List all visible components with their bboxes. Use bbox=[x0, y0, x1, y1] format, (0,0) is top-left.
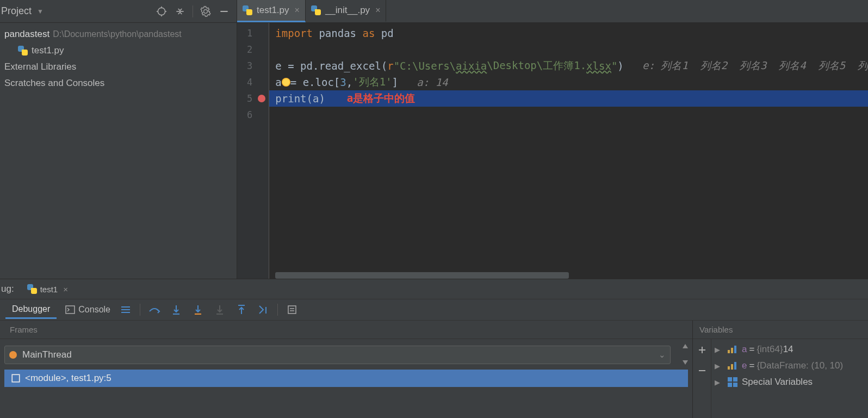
expand-icon[interactable]: ▶ bbox=[715, 362, 723, 370]
project-title: Project bbox=[0, 5, 32, 17]
code-line-active[interactable]: print(a)a是格子中的值 bbox=[269, 90, 868, 107]
remove-watch-icon[interactable] bbox=[695, 363, 710, 378]
thread-name: MainThread bbox=[22, 349, 659, 360]
vars-tree: ▶ a = {int64} 14 ▶ e = {Dat bbox=[711, 339, 868, 418]
var-name: e bbox=[742, 360, 747, 371]
file-label: test1.py bbox=[32, 45, 64, 56]
inline-hint: e: 列名1 列名2 列名3 列名4 列名5 列 bbox=[624, 59, 868, 73]
close-tab-icon[interactable]: × bbox=[295, 5, 300, 15]
editor-tabs: test1.py × __init__.py × bbox=[237, 0, 868, 23]
code-line[interactable]: a= e.loc[3,'列名1'] a: 14 bbox=[269, 74, 868, 90]
variable-row-special[interactable]: ▶ Special Variables bbox=[711, 374, 868, 390]
locate-icon[interactable] bbox=[154, 4, 169, 19]
editor-tab-init[interactable]: __init__.py × bbox=[306, 0, 387, 22]
code-line[interactable]: e = pd.read_excel(r"C:\Users\aixia\Deskt… bbox=[269, 58, 868, 74]
gutter-line[interactable]: 1 bbox=[237, 25, 269, 41]
grid-icon bbox=[728, 377, 737, 387]
project-root-path: D:\Documents\python\pandastest bbox=[53, 29, 182, 39]
svg-marker-24 bbox=[683, 360, 688, 365]
code-line[interactable] bbox=[269, 41, 868, 58]
special-vars-label: Special Variables bbox=[742, 377, 813, 388]
var-type: {DataFrame: (10, 10) bbox=[757, 360, 843, 371]
step-into-icon[interactable] bbox=[169, 302, 184, 317]
frame-down-icon[interactable] bbox=[678, 355, 692, 370]
intention-bulb-icon[interactable] bbox=[282, 78, 290, 87]
vars-toolbar bbox=[693, 339, 711, 418]
add-watch-icon[interactable] bbox=[695, 342, 710, 358]
collapse-all-icon[interactable] bbox=[173, 4, 187, 19]
step-into-my-code-icon[interactable] bbox=[190, 302, 206, 317]
project-root[interactable]: pandastest D:\Documents\python\pandastes… bbox=[0, 26, 237, 42]
close-tab-icon[interactable]: × bbox=[63, 285, 68, 294]
evaluate-expression-icon[interactable] bbox=[284, 302, 300, 317]
var-value: 14 bbox=[783, 344, 793, 355]
tab-label: __init__.py bbox=[325, 5, 370, 16]
code-line[interactable] bbox=[269, 107, 868, 123]
debugger-tab[interactable]: Debugger bbox=[5, 301, 57, 319]
project-dropdown-icon[interactable]: ▼ bbox=[37, 8, 44, 15]
code-area[interactable]: import pandas as pd e = pd.read_excel(r"… bbox=[269, 23, 868, 279]
gutter-line[interactable]: 5 bbox=[237, 90, 269, 107]
close-tab-icon[interactable]: × bbox=[375, 5, 380, 15]
expand-icon[interactable]: ▶ bbox=[715, 346, 723, 354]
gutter-line[interactable]: 3 bbox=[237, 58, 269, 74]
step-out-icon[interactable] bbox=[234, 302, 249, 317]
python-file-icon bbox=[17, 45, 28, 56]
editor-area: test1.py × __init__.py × 1 2 3 4 5 6 bbox=[237, 0, 868, 279]
frame-label: <module>, test1.py:5 bbox=[25, 373, 111, 384]
variables-panel: Variables ▶ a = {int64} 14 bbox=[693, 321, 868, 418]
gutter-line[interactable]: 6 bbox=[237, 107, 269, 123]
editor-tab-test1[interactable]: test1.py × bbox=[237, 0, 306, 22]
thread-status-icon bbox=[9, 351, 17, 359]
scratches-consoles[interactable]: Scratches and Consoles bbox=[0, 75, 237, 91]
svg-rect-7 bbox=[66, 306, 75, 314]
project-tree: pandastest D:\Documents\python\pandastes… bbox=[0, 23, 237, 95]
scratches-label: Scratches and Consoles bbox=[4, 78, 104, 89]
step-over-icon[interactable] bbox=[147, 302, 162, 317]
code-line[interactable]: import pandas as pd bbox=[269, 25, 868, 41]
console-label: Console bbox=[78, 305, 110, 315]
frame-icon bbox=[11, 373, 21, 383]
debug-tabbar: ug: test1 × bbox=[0, 279, 868, 299]
breakpoint-icon[interactable] bbox=[258, 95, 265, 102]
frame-up-icon[interactable] bbox=[678, 339, 692, 353]
settings-icon[interactable] bbox=[199, 4, 213, 19]
variables-header: Variables bbox=[693, 321, 868, 339]
var-type: {int64} bbox=[757, 344, 783, 355]
threads-icon[interactable] bbox=[118, 302, 133, 317]
frames-header: Frames bbox=[0, 321, 692, 339]
var-name: a bbox=[742, 344, 747, 355]
force-step-into-icon[interactable] bbox=[212, 302, 227, 317]
debug-run-tab[interactable]: test1 × bbox=[24, 283, 71, 295]
project-file-test1[interactable]: test1.py bbox=[0, 42, 237, 59]
thread-selector[interactable]: MainThread ⌄ bbox=[4, 346, 671, 364]
value-icon bbox=[728, 362, 737, 370]
stack-frame[interactable]: <module>, test1.py:5 bbox=[4, 370, 688, 387]
external-annotation: a是格子中的值 bbox=[347, 91, 415, 106]
gutter-line[interactable]: 4 bbox=[237, 74, 269, 90]
run-to-cursor-icon[interactable] bbox=[256, 302, 271, 317]
variable-row[interactable]: ▶ a = {int64} 14 bbox=[711, 341, 868, 358]
external-label: External Libraries bbox=[4, 62, 76, 72]
svg-rect-20 bbox=[288, 306, 296, 314]
gutter[interactable]: 1 2 3 4 5 6 bbox=[237, 23, 269, 279]
python-file-icon bbox=[311, 5, 321, 15]
editor-body[interactable]: 1 2 3 4 5 6 import pandas as pd e = pd.r… bbox=[237, 23, 868, 279]
external-libraries[interactable]: External Libraries bbox=[0, 59, 237, 75]
gutter-line[interactable]: 2 bbox=[237, 41, 269, 58]
svg-rect-25 bbox=[12, 374, 20, 382]
variable-row[interactable]: ▶ e = {DataFrame: (10, 10) bbox=[711, 358, 868, 374]
debug-panel: ug: test1 × Debugger Console bbox=[0, 279, 868, 418]
svg-point-0 bbox=[158, 8, 165, 15]
tab-label: test1.py bbox=[257, 5, 289, 16]
value-icon bbox=[728, 346, 737, 353]
python-file-icon bbox=[243, 5, 252, 15]
console-tab[interactable]: Console bbox=[65, 305, 110, 315]
chevron-down-icon: ⌄ bbox=[659, 350, 666, 360]
debug-toolbar: Debugger Console bbox=[0, 299, 868, 321]
horizontal-scrollbar[interactable] bbox=[275, 272, 569, 279]
hide-icon[interactable] bbox=[217, 4, 231, 19]
python-file-icon bbox=[27, 284, 37, 294]
expand-icon[interactable]: ▶ bbox=[715, 378, 723, 386]
inline-hint: a: 14 bbox=[398, 76, 448, 88]
